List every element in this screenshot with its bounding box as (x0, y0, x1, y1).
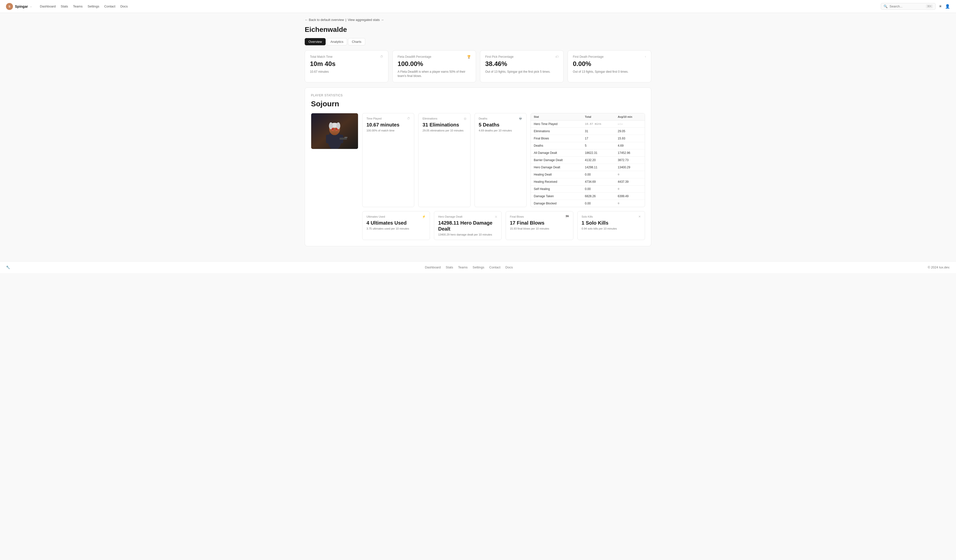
nav-contact[interactable]: Contact (104, 5, 115, 8)
top-navigation: S Spingar ⌄ Dashboard Stats Teams Settin… (0, 0, 956, 13)
table-cell-total: 14298.11 (582, 164, 615, 171)
table-cell-stat: Deaths (531, 142, 582, 149)
table-row: Hero Damage Dealt 14298.11 13400.29 (531, 164, 645, 171)
flag-icon-mini: 🏁 (565, 215, 569, 219)
table-cell-stat: All Damage Dealt (531, 149, 582, 156)
mini-desc-ult: 3.75 ultimates used per 10 minutes (366, 227, 426, 230)
table-cell-total: 4734.69 (582, 178, 615, 185)
mini-card-hero-dmg: Hero Damage Dealt ⚔ 14298.11 Hero Damage… (434, 211, 502, 240)
sword-icon-mini: ⚔ (495, 215, 497, 219)
footer-logo: 🔧 (6, 266, 10, 269)
mini-label-sk: Solo Kills (582, 215, 593, 218)
footer-logo-icon: 🔧 (6, 266, 10, 269)
mini-label-elim: Eliminations (423, 117, 437, 120)
hero-portrait-inner (311, 113, 358, 149)
breadcrumb-separator: | (346, 18, 346, 22)
hero-name: Sojourn (311, 100, 645, 108)
clock-icon-0: ⏱ (380, 55, 383, 58)
svg-point-7 (336, 128, 338, 130)
table-row: Healing Dealt 0.00 0 (531, 171, 645, 178)
nav-dashboard[interactable]: Dashboard (40, 5, 56, 8)
footer-link-stats[interactable]: Stats (446, 266, 453, 269)
table-cell-stat: Damage Taken (531, 192, 582, 200)
stats-table: Stat Total Avg/10 min Hero Time Played 1… (531, 113, 645, 207)
footer-link-settings[interactable]: Settings (473, 266, 484, 269)
nav-links: Dashboard Stats Teams Settings Contact D… (40, 5, 875, 8)
table-row: Damage Blocked 0.00 0 (531, 200, 645, 207)
footer-link-contact[interactable]: Contact (489, 266, 500, 269)
nav-right: 🔍 ⌘K ☀ 👤 (881, 3, 950, 10)
stat-label-0: Total Match Time (310, 55, 333, 58)
user-menu-button[interactable]: 👤 (945, 4, 950, 9)
table-cell-total: 18622.31 (582, 149, 615, 156)
search-shortcut: ⌘K (926, 5, 933, 8)
table-cell-avg: 0 (615, 200, 645, 207)
breadcrumb-back[interactable]: ← Back to default overview (305, 18, 344, 22)
table-cell-total: 31 (582, 127, 615, 135)
tab-analytics[interactable]: Analytics (327, 38, 347, 45)
player-section-label: Player Statistics (311, 94, 645, 97)
stat-desc-2: Out of 13 fights, Spingar got the first … (485, 70, 558, 74)
stat-desc-1: A Fleta Deadlift is when a player earns … (398, 70, 471, 78)
nav-settings[interactable]: Settings (88, 5, 99, 8)
stat-value-3: 0.00% (573, 60, 646, 68)
mini-desc-deaths: 4.69 deaths per 10 minutes (479, 129, 522, 132)
mini-label-time: Time Played (366, 117, 382, 120)
nav-teams[interactable]: Teams (73, 5, 82, 8)
main-content: ← Back to default overview | View aggreg… (299, 13, 657, 261)
footer-link-dashboard[interactable]: Dashboard (425, 266, 441, 269)
hero-portrait (311, 113, 358, 149)
svg-point-6 (332, 128, 333, 130)
col-header-avg: Avg/10 min (615, 113, 645, 121)
nav-stats[interactable]: Stats (61, 5, 68, 8)
table-cell-stat: Healing Received (531, 178, 582, 185)
mini-value-time: 10.67 minutes (366, 122, 410, 128)
table-row: Final Blows 17 15.93 (531, 135, 645, 142)
svg-rect-13 (344, 137, 347, 138)
footer-link-teams[interactable]: Teams (458, 266, 467, 269)
theme-toggle-button[interactable]: ☀ (939, 4, 942, 9)
table-cell-total: 10.67 mins (582, 120, 615, 127)
user-avatar: S (6, 3, 13, 10)
mini-card-solo-kills: Solo Kills ✕ 1 Solo Kills 0.94 solo kill… (577, 211, 645, 240)
table-cell-total: 5 (582, 142, 615, 149)
clock-icon-mini: ⏱ (407, 117, 410, 120)
mini-value-sk: 1 Solo Kills (582, 220, 641, 226)
tabs: Overview Analytics Charts (305, 38, 651, 45)
top-stat-cards: Total Match Time ⏱ 10m 40s 10.67 minutes… (305, 50, 651, 82)
table-row: Damage Taken 6828.26 6399.49 (531, 192, 645, 200)
table-cell-avg: —:— (615, 120, 645, 127)
table-cell-stat: Healing Dealt (531, 171, 582, 178)
breadcrumb-forward[interactable]: View aggregated stats → (348, 18, 384, 22)
table-cell-total: 4132.20 (582, 156, 615, 164)
stat-value-0: 10m 40s (310, 60, 383, 68)
tab-charts[interactable]: Charts (348, 38, 365, 45)
nav-docs[interactable]: Docs (120, 5, 128, 8)
stat-card-first-death: First Death Percentage ↑ 0.00% Out of 13… (568, 50, 651, 82)
table-row: Healing Received 4734.69 4437.39 (531, 178, 645, 185)
brand-logo[interactable]: S Spingar ⌄ (6, 3, 32, 10)
table-cell-avg: 6399.49 (615, 192, 645, 200)
search-input[interactable] (890, 5, 924, 8)
table-cell-stat: Damage Blocked (531, 200, 582, 207)
table-cell-total: 6828.26 (582, 192, 615, 200)
table-cell-avg: 4.69 (615, 142, 645, 149)
stat-card-total-match-time: Total Match Time ⏱ 10m 40s 10.67 minutes (305, 50, 388, 82)
search-bar[interactable]: 🔍 ⌘K (881, 3, 936, 10)
mini-card-ultimates: Ultimates Used ⚡ 4 Ultimates Used 3.75 u… (362, 211, 430, 240)
table-cell-avg: 0 (615, 171, 645, 178)
mini-desc-elim: 29.05 eliminations per 10 minutes (423, 129, 466, 132)
footer-links: Dashboard Stats Teams Settings Contact D… (425, 266, 513, 269)
mini-desc-sk: 0.94 solo kills per 10 minutes (582, 227, 641, 230)
table-cell-avg: 29.05 (615, 127, 645, 135)
footer-link-docs[interactable]: Docs (505, 266, 513, 269)
mini-label-hdmg: Hero Damage Dealt (438, 215, 462, 218)
mini-value-hdmg: 14298.11 Hero Damage Dealt (438, 220, 497, 232)
mini-value-deaths: 5 Deaths (479, 122, 522, 128)
brand-name: Spingar (15, 5, 28, 8)
tab-overview[interactable]: Overview (305, 38, 325, 45)
stat-card-first-pick: First Pick Percentage 🏷 38.46% Out of 13… (480, 50, 564, 82)
mini-desc-hdmg: 13400.29 hero damage dealt per 10 minute… (438, 233, 497, 236)
stat-value-2: 38.46% (485, 60, 558, 68)
table-cell-total: 0.00 (582, 171, 615, 178)
